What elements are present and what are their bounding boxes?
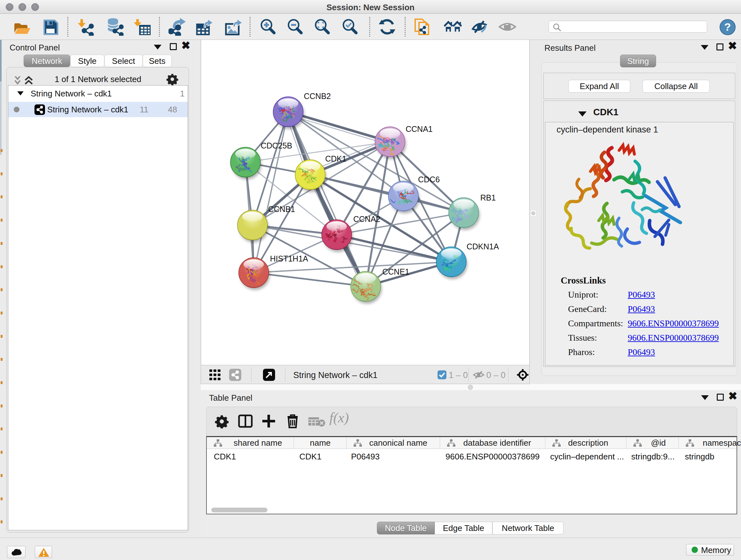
svg-text:CCNA2: CCNA2 [353,214,381,224]
svg-text:CCNB2: CCNB2 [304,91,331,101]
svg-text:CDK1: CDK1 [325,154,347,163]
svg-text:CCNB1: CCNB1 [268,205,295,213]
svg-text:RB1: RB1 [480,193,496,202]
svg-text:CCNA1: CCNA1 [406,125,433,133]
svg-text:CDC25B: CDC25B [261,141,292,150]
svg-text:?: ? [724,21,731,33]
svg-text:HIST1H1A: HIST1H1A [270,254,308,263]
svg-text:CDC6: CDC6 [418,175,440,184]
svg-text:CCNE1: CCNE1 [382,267,409,276]
svg-text:CDKN1A: CDKN1A [467,242,499,251]
